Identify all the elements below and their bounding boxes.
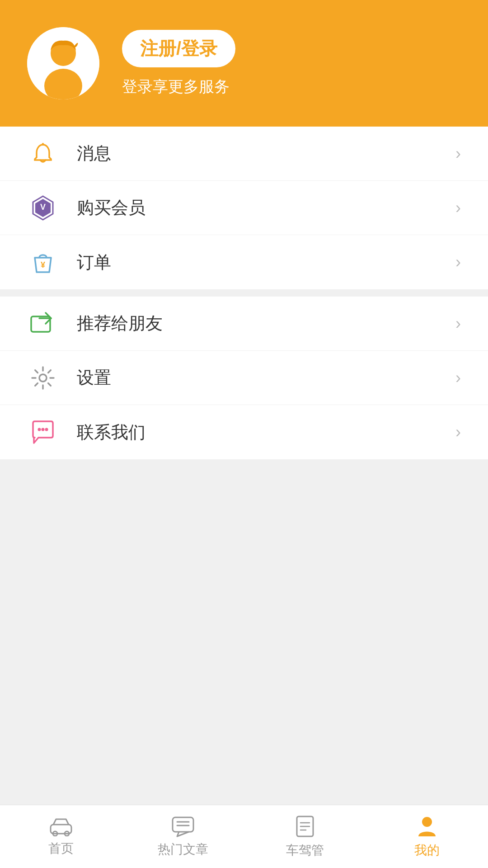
orders-label: 订单 — [77, 251, 455, 274]
message-icon — [171, 816, 195, 837]
svg-point-12 — [42, 428, 45, 431]
header-section: 注册/登录 登录享更多服务 — [0, 0, 488, 127]
svg-point-13 — [45, 428, 48, 431]
nav-item-mine[interactable]: 我的 — [366, 805, 488, 868]
menu-section-2: 推荐给朋友 › 设置 › 联系我们 › — [0, 297, 488, 459]
nav-item-articles[interactable]: 热门文章 — [122, 805, 244, 868]
membership-label: 购买会员 — [77, 196, 455, 219]
svg-text:¥: ¥ — [41, 260, 45, 269]
car-icon — [49, 816, 73, 836]
gear-icon — [27, 362, 59, 394]
bell-icon — [27, 138, 59, 170]
recommend-label: 推荐给朋友 — [77, 312, 455, 335]
home-nav-label: 首页 — [48, 840, 74, 857]
dmv-nav-label: 车驾管 — [286, 842, 324, 859]
recommend-chevron: › — [455, 314, 461, 333]
menu-item-settings[interactable]: 设置 › — [0, 351, 488, 405]
svg-point-10 — [39, 374, 47, 382]
nav-item-dmv[interactable]: 车驾管 — [244, 805, 366, 868]
svg-point-11 — [38, 428, 41, 431]
register-login-button[interactable]: 注册/登录 — [122, 30, 235, 67]
menu-item-orders[interactable]: ¥ 订单 › — [0, 235, 488, 289]
chat-icon — [27, 416, 59, 448]
nav-item-home[interactable]: 首页 — [0, 805, 122, 868]
menu-item-recommend[interactable]: 推荐给朋友 › — [0, 297, 488, 351]
svg-text:V: V — [40, 203, 46, 212]
svg-point-24 — [422, 817, 432, 827]
person-active-icon — [416, 815, 438, 838]
settings-chevron: › — [455, 368, 461, 387]
messages-label: 消息 — [77, 142, 455, 165]
membership-chevron: › — [455, 198, 461, 217]
contact-label: 联系我们 — [77, 421, 455, 444]
header-info: 注册/登录 登录享更多服务 — [122, 30, 235, 97]
avatar — [27, 27, 99, 99]
empty-area — [0, 467, 488, 788]
svg-rect-17 — [173, 817, 193, 832]
bag-icon: ¥ — [27, 246, 59, 278]
mine-nav-label: 我的 — [414, 842, 440, 859]
menu-item-contact[interactable]: 联系我们 › — [0, 405, 488, 459]
orders-chevron: › — [455, 253, 461, 272]
svg-rect-3 — [42, 143, 44, 146]
contact-chevron: › — [455, 423, 461, 442]
articles-nav-label: 热门文章 — [158, 841, 208, 858]
vip-icon: V — [27, 192, 59, 224]
login-hint: 登录享更多服务 — [122, 76, 235, 97]
bottom-navigation: 首页 热门文章 车驾管 我的 — [0, 805, 488, 868]
messages-chevron: › — [455, 144, 461, 163]
settings-label: 设置 — [77, 366, 455, 389]
menu-section-1: 消息 › V 购买会员 › ¥ 订单 › — [0, 127, 488, 289]
share-icon — [27, 308, 59, 340]
menu-item-membership[interactable]: V 购买会员 › — [0, 181, 488, 235]
menu-item-messages[interactable]: 消息 › — [0, 127, 488, 181]
document-icon — [294, 815, 316, 838]
